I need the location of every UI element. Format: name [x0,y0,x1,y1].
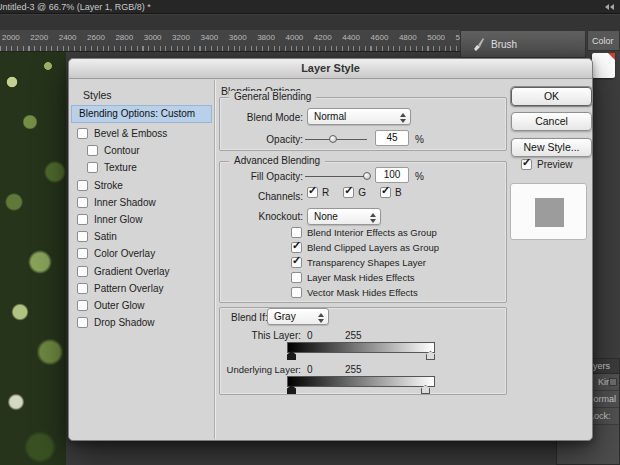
option-label: Blend Interior Effects as Group [307,227,437,238]
gradient-bar [287,376,435,387]
option-checkbox[interactable] [291,257,302,268]
style-item-pattern-overlay[interactable]: Pattern Overlay [71,280,212,297]
style-item-contour[interactable]: Contour [71,142,212,159]
channels-label: Channels: [219,191,303,202]
ruler-tick: 2800 [115,33,133,42]
style-item-gradient-overlay[interactable]: Gradient Overlay [71,263,212,280]
style-item-outer-glow[interactable]: Outer Glow [71,297,212,314]
style-checkbox[interactable] [77,214,88,225]
styles-selected-item[interactable]: Blending Options: Custom [71,105,212,123]
channel-checkbox[interactable] [380,187,391,198]
collapse-panels-icon[interactable] [605,4,614,10]
style-checkbox[interactable] [77,180,88,191]
new-style-button[interactable]: New Style... [511,138,592,157]
dialog-title: Layer Style [301,62,360,74]
advanced-blending-legend: Advanced Blending [229,155,325,166]
color-panel-label: Color [592,36,614,46]
ruler-tick: 4600 [371,33,389,42]
option-blend-clipped-layers-as-group[interactable]: Blend Clipped Layers as Group [291,240,439,255]
style-item-bevel-emboss[interactable]: Bevel & Emboss [71,125,212,142]
opacity-input[interactable]: 45 [375,130,409,146]
blend-if-dropdown[interactable]: Gray [267,308,329,325]
style-label: Gradient Overlay [94,266,170,277]
styles-list: Bevel & EmbossContourTextureStrokeInner … [71,125,212,331]
opacity-slider-knob[interactable] [329,135,337,143]
style-item-stroke[interactable]: Stroke [71,177,212,194]
style-checkbox[interactable] [77,231,88,242]
option-vector-mask-hides-effects[interactable]: Vector Mask Hides Effects [291,285,439,300]
style-checkbox[interactable] [77,266,88,277]
ruler-tick: 4400 [342,33,360,42]
color-swatch[interactable] [592,53,615,78]
preview-checkbox[interactable] [521,159,532,170]
style-label: Contour [104,145,140,156]
kind-filter-icon[interactable] [609,378,617,386]
underlying-layer-max: 255 [345,364,362,375]
brush-panel-header[interactable]: Brush [460,30,586,58]
fill-opacity-slider-knob[interactable] [363,172,371,180]
style-checkbox[interactable] [77,128,88,139]
option-checkbox[interactable] [291,272,302,283]
layer-style-dialog: Layer Style Styles Blending Options: Cus… [68,58,593,441]
style-item-satin[interactable]: Satin [71,228,212,245]
ruler-tick: 2200 [30,33,48,42]
style-label: Inner Shadow [94,197,156,208]
canvas-image [0,52,66,465]
style-item-texture[interactable]: Texture [71,159,212,176]
channel-g: G [343,187,366,198]
ruler-tick: 2400 [59,33,77,42]
style-label: Outer Glow [94,300,145,311]
channel-checkbox[interactable] [307,187,318,198]
style-label: Color Overlay [94,248,155,259]
underlying-layer-label: Underlying Layer: [201,364,301,375]
general-blending-legend: General Blending [229,91,316,102]
swatch-corner-icon [608,53,615,60]
style-checkbox[interactable] [77,197,88,208]
ruler-tick: 3000 [144,33,162,42]
ok-button[interactable]: OK [511,87,592,106]
tab-strip [0,15,620,30]
option-label: Vector Mask Hides Effects [307,287,418,298]
gradient-bar [287,342,435,353]
style-item-color-overlay[interactable]: Color Overlay [71,245,212,262]
ruler-tick: 5000 [427,33,445,42]
style-checkbox[interactable] [77,283,88,294]
knockout-dropdown[interactable]: None [307,208,381,225]
brush-panel-label: Brush [491,39,517,50]
style-item-inner-shadow[interactable]: Inner Shadow [71,194,212,211]
dialog-titlebar[interactable]: Layer Style [69,59,592,79]
this-layer-gradient[interactable] [287,342,435,362]
style-item-drop-shadow[interactable]: Drop Shadow [71,314,212,331]
style-item-inner-glow[interactable]: Inner Glow [71,211,212,228]
advanced-options-list: Blend Interior Effects as GroupBlend Cli… [291,225,439,300]
option-checkbox[interactable] [291,227,302,238]
style-checkbox[interactable] [87,145,98,156]
channel-label: R [322,187,329,198]
style-checkbox[interactable] [87,162,98,173]
style-label: Stroke [94,180,123,191]
color-panel-tab[interactable]: Color [587,30,620,51]
brush-icon [471,37,484,51]
blend-mode-dropdown[interactable]: Normal [307,108,411,125]
style-checkbox[interactable] [77,317,88,328]
style-checkbox[interactable] [77,300,88,311]
underlying-layer-gradient[interactable] [287,376,435,396]
channel-r: R [307,187,329,198]
style-label: Inner Glow [94,214,142,225]
fill-opacity-input[interactable]: 100 [375,167,409,183]
channel-checkbox[interactable] [343,187,354,198]
ruler-tick: 4000 [286,33,304,42]
ruler-tick: 2600 [87,33,105,42]
dropdown-arrows-icon [370,213,376,223]
preview-toggle[interactable]: Preview [521,159,573,170]
option-checkbox[interactable] [291,287,302,298]
style-checkbox[interactable] [77,248,88,259]
fill-opacity-slider[interactable] [305,170,367,182]
option-checkbox[interactable] [291,242,302,253]
opacity-slider[interactable] [305,133,367,145]
option-blend-interior-effects-as-group[interactable]: Blend Interior Effects as Group [291,225,439,240]
selected-item-label: Blending Options: Custom [79,108,195,119]
option-layer-mask-hides-effects[interactable]: Layer Mask Hides Effects [291,270,439,285]
option-transparency-shapes-layer[interactable]: Transparency Shapes Layer [291,255,439,270]
cancel-button[interactable]: Cancel [511,112,592,131]
